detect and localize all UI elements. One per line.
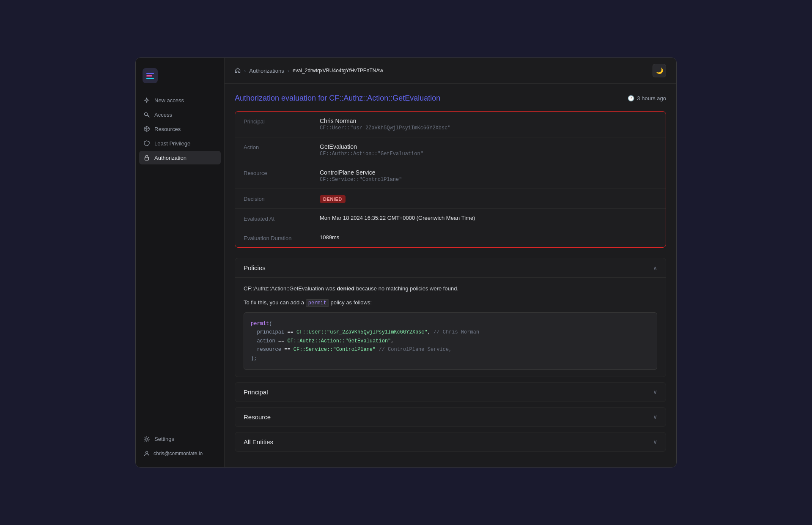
denied-badge: DENIED [320, 195, 346, 203]
code-line-5: ); [251, 354, 650, 363]
main-content: › Authorizations › eval_2drwtqxVBU4o4tgY… [225, 58, 676, 467]
sidebar-item-label: Authorization [154, 155, 187, 161]
duration-value: 1089ms [320, 234, 339, 241]
principal-section-header[interactable]: Principal ∨ [235, 383, 666, 402]
page-title: Authorization evaluation for CF::Authz::… [235, 94, 440, 103]
fix-prefix: To fix this, you can add a [244, 299, 306, 306]
settings-label: Settings [154, 436, 174, 442]
policy-code-block: permit( principal == CF::User::"usr_2ZaV… [244, 312, 657, 370]
sidebar-item-settings[interactable]: Settings [139, 432, 221, 446]
eval-label-resource: Resource [244, 169, 320, 176]
policy-desc-suffix: because no matching policies were found. [354, 285, 458, 292]
sidebar-item-least-privilege[interactable]: Least Privilege [139, 137, 221, 150]
eval-row-principal: Principal Chris Norman CF::User::"usr_2Z… [235, 112, 666, 137]
app-window: New access Access [135, 57, 677, 468]
sparkle-icon [143, 97, 150, 104]
svg-point-3 [146, 451, 148, 454]
svg-rect-1 [145, 157, 149, 160]
sidebar-bottom: Settings chris@commonfate.io [136, 432, 224, 460]
sidebar-item-label: Access [154, 112, 172, 118]
topbar-actions: 🌙 [653, 64, 666, 77]
fix-suffix: policy as follows: [329, 299, 372, 306]
sidebar-item-new-access[interactable]: New access [139, 93, 221, 107]
theme-toggle-button[interactable]: 🌙 [653, 64, 666, 77]
user-email: chris@commonfate.io [154, 451, 203, 457]
eval-label-principal: Principal [244, 118, 320, 125]
evaluation-card: Principal Chris Norman CF::User::"usr_2Z… [235, 111, 666, 248]
eval-row-duration: Evaluation Duration 1089ms [235, 228, 666, 247]
policy-desc-denied: denied [337, 285, 354, 292]
fix-code: permit [306, 299, 329, 307]
eval-value-decision: DENIED [320, 195, 346, 202]
resource-section: Resource ∨ [235, 407, 666, 427]
all-entities-section: All Entities ∨ [235, 432, 666, 452]
sidebar-item-label: New access [154, 97, 184, 104]
eval-label-action: Action [244, 143, 320, 150]
principal-name: Chris Norman [320, 118, 451, 124]
logo-bar-top [146, 73, 154, 74]
all-entities-section-header[interactable]: All Entities ∨ [235, 432, 666, 451]
resource-chevron-down-icon: ∨ [653, 413, 657, 420]
eval-value-resource: ControlPlane Service CF::Service::"Contr… [320, 169, 402, 183]
user-info: chris@commonfate.io [139, 447, 221, 460]
breadcrumb-eval-id: eval_2drwtqxVBU4o4tgYfHvTPEnTNAw [293, 68, 383, 74]
eval-label-decision: Decision [244, 195, 320, 202]
principal-id: CF::User::"usr_2ZaVKh5QwjlPsy1ImKc6GY2Xb… [320, 125, 451, 131]
resource-section-header[interactable]: Resource ∨ [235, 407, 666, 427]
code-line-2: principal == CF::User::"usr_2ZaVKh5QwjlP… [251, 328, 650, 336]
all-entities-chevron-down-icon: ∨ [653, 438, 657, 445]
policy-desc-prefix: CF::Authz::Action::GetEvaluation was [244, 285, 337, 292]
code-line-1: permit( [251, 320, 650, 328]
eval-label-evaluated-at: Evaluated At [244, 215, 320, 222]
sidebar-item-label: Resources [154, 126, 181, 132]
resource-section-title: Resource [244, 413, 271, 421]
svg-point-2 [146, 438, 148, 440]
eval-value-action: GetEvaluation CF::Authz::Action::"GetEva… [320, 143, 423, 157]
timestamp-text: 3 hours ago [637, 95, 666, 101]
timestamp: 🕐 3 hours ago [628, 95, 666, 101]
principal-section: Principal ∨ [235, 382, 666, 402]
policies-section-body: CF::Authz::Action::GetEvaluation was den… [235, 277, 666, 377]
policies-section-title: Policies [244, 264, 266, 271]
sidebar: New access Access [136, 58, 225, 467]
all-entities-section-title: All Entities [244, 438, 273, 446]
eval-row-resource: Resource ControlPlane Service CF::Servic… [235, 163, 666, 189]
breadcrumb-authorizations[interactable]: Authorizations [249, 68, 284, 74]
lock-icon [143, 154, 150, 161]
clock-icon: 🕐 [628, 95, 634, 101]
key-icon [143, 111, 150, 118]
policy-description: CF::Authz::Action::GetEvaluation was den… [244, 284, 657, 293]
settings-icon [143, 436, 150, 443]
policies-chevron-up-icon: ∧ [653, 265, 657, 271]
code-line-3: action == CF::Authz::Action::"GetEvaluat… [251, 337, 650, 345]
resource-id: CF::Service::"ControlPlane" [320, 177, 402, 183]
policies-section-header[interactable]: Policies ∧ [235, 258, 666, 277]
logo-bars [146, 73, 154, 79]
sidebar-item-authorization[interactable]: Authorization [139, 151, 221, 164]
evaluated-at-value: Mon Mar 18 2024 16:35:22 GMT+0000 (Green… [320, 215, 475, 221]
eval-row-action: Action GetEvaluation CF::Authz::Action::… [235, 137, 666, 163]
eval-label-duration: Evaluation Duration [244, 234, 320, 241]
shield-icon [143, 140, 150, 147]
eval-value-principal: Chris Norman CF::User::"usr_2ZaVKh5QwjlP… [320, 118, 451, 131]
sidebar-item-label: Least Privilege [154, 140, 190, 147]
user-icon [143, 450, 150, 457]
home-icon[interactable] [235, 67, 241, 74]
logo-bar-bot [146, 78, 154, 79]
sidebar-item-access[interactable]: Access [139, 108, 221, 121]
logo-area [136, 65, 224, 93]
topbar: › Authorizations › eval_2drwtqxVBU4o4tgY… [225, 58, 676, 84]
sidebar-nav: New access Access [136, 93, 224, 432]
eval-row-decision: Decision DENIED [235, 189, 666, 209]
principal-section-title: Principal [244, 388, 268, 396]
title-action: CF::Authz::Action::GetEvaluation [329, 94, 440, 102]
page-content: Authorization evaluation for CF::Authz::… [225, 84, 676, 467]
principal-chevron-down-icon: ∨ [653, 388, 657, 395]
breadcrumb-sep-1: › [244, 68, 246, 74]
resource-name: ControlPlane Service [320, 169, 402, 176]
page-header: Authorization evaluation for CF::Authz::… [235, 94, 666, 103]
sidebar-item-resources[interactable]: Resources [139, 122, 221, 136]
policies-section: Policies ∧ CF::Authz::Action::GetEvaluat… [235, 258, 666, 377]
breadcrumb: › Authorizations › eval_2drwtqxVBU4o4tgY… [235, 67, 383, 74]
action-name: GetEvaluation [320, 143, 423, 150]
